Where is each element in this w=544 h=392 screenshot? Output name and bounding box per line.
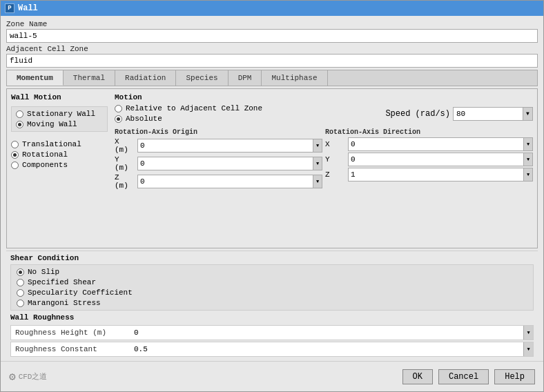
adjacent-cell-zone-label: Adjacent Cell Zone	[6, 45, 538, 53]
components-label: Components	[22, 161, 68, 169]
dir-y-label: Y	[325, 155, 346, 164]
tab-dpm[interactable]: DPM	[229, 70, 262, 86]
tab-radiation[interactable]: Radiation	[115, 70, 176, 86]
logo-icon: ⚙	[9, 370, 16, 384]
tabs-bar: Momentum Thermal Radiation Species DPM M…	[6, 70, 538, 86]
dir-x-input[interactable]	[349, 138, 523, 150]
dir-x-label: X	[325, 140, 346, 148]
dir-y-input[interactable]	[349, 153, 523, 166]
moving-wall-radio[interactable]: Moving Wall	[16, 120, 103, 128]
tab-species[interactable]: Species	[176, 70, 228, 86]
bottom-sections: Shear Condition No Slip Specified Shear …	[6, 251, 538, 358]
no-slip-label: No Slip	[28, 268, 59, 276]
roughness-height-arrow[interactable]: ▼	[523, 326, 533, 340]
specularity-radio[interactable]: Specularity Coefficient	[17, 288, 527, 297]
cancel-button[interactable]: Cancel	[438, 369, 489, 384]
wall-motion-radio-group: Stationary Wall Moving Wall	[11, 106, 108, 132]
origin-y-input[interactable]	[138, 157, 313, 170]
components-radio-circle	[11, 161, 19, 169]
dir-x-arrow[interactable]: ▼	[523, 138, 532, 150]
zone-name-input[interactable]	[6, 29, 538, 43]
moving-wall-radio-circle	[16, 121, 23, 128]
origin-z-input-wrapper: ▼	[137, 175, 322, 188]
title-bar: P Wall	[1, 1, 543, 16]
roughness-height-input[interactable]	[132, 326, 523, 340]
speed-input-wrapper: ▼	[453, 107, 533, 121]
specified-shear-radio[interactable]: Specified Shear	[17, 278, 527, 286]
roughness-constant-label: Roughness Constant	[11, 345, 132, 353]
rotational-label: Rotational	[22, 150, 68, 159]
roughness-constant-arrow[interactable]: ▼	[523, 342, 533, 356]
marangoni-radio[interactable]: Marangoni Stress	[17, 299, 527, 307]
absolute-label: Absolute	[126, 115, 162, 123]
zone-name-label: Zone Name	[6, 20, 538, 28]
stationary-wall-radio-circle	[16, 110, 23, 118]
adjacent-cell-zone-section: Adjacent Cell Zone	[6, 45, 538, 68]
dir-z-row: Z ▼	[325, 168, 533, 182]
motion-title: Motion	[115, 93, 533, 101]
translational-label: Translational	[22, 140, 81, 148]
rotation-axis-direction-section: Rotation-Axis Direction X ▼ Y	[325, 128, 533, 191]
wall-motion-title: Wall Motion	[11, 93, 108, 101]
absolute-radio[interactable]: Absolute	[115, 115, 262, 123]
help-button[interactable]: Help	[494, 369, 535, 384]
specified-shear-radio-circle	[17, 279, 24, 286]
dir-z-arrow[interactable]: ▼	[523, 168, 532, 181]
wall-roughness-title: Wall Roughness	[10, 313, 534, 322]
adjacent-cell-zone-input[interactable]	[6, 54, 538, 68]
motion-type-radios: Translational Rotational Components	[11, 140, 108, 169]
dir-y-input-wrapper: ▼	[348, 153, 533, 166]
origin-x-arrow[interactable]: ▼	[313, 139, 322, 152]
axes-grid: Rotation-Axis Origin X (m) ▼ Y (m)	[115, 128, 533, 191]
left-panel: Wall Motion Stationary Wall Moving Wall	[11, 93, 108, 244]
origin-z-arrow[interactable]: ▼	[313, 175, 322, 188]
no-slip-radio[interactable]: No Slip	[17, 268, 527, 276]
right-panel: Motion Relative to Adjacent Cell Zone Ab…	[115, 93, 533, 244]
roughness-height-row: Roughness Height (m) ▼	[10, 325, 534, 340]
moving-wall-label: Moving Wall	[27, 120, 77, 128]
origin-y-arrow[interactable]: ▼	[313, 157, 322, 170]
absolute-radio-circle	[115, 115, 122, 123]
origin-y-label: Y (m)	[115, 155, 135, 172]
marangoni-radio-circle	[17, 300, 24, 307]
logo-text: CFD之道	[19, 371, 48, 382]
specularity-radio-circle	[17, 289, 24, 297]
origin-x-input[interactable]	[138, 139, 313, 152]
tab-thermal[interactable]: Thermal	[64, 70, 115, 86]
rotation-axis-direction-title: Rotation-Axis Direction	[325, 128, 533, 136]
shear-condition-section: Shear Condition No Slip Specified Shear …	[10, 254, 534, 311]
stationary-wall-label: Stationary Wall	[27, 110, 95, 118]
relative-radio-circle	[115, 105, 122, 112]
dir-z-input[interactable]	[349, 168, 523, 181]
rotation-axis-origin-section: Rotation-Axis Origin X (m) ▼ Y (m)	[115, 128, 322, 191]
roughness-constant-row: Roughness Constant ▼	[10, 342, 534, 357]
roughness-constant-input[interactable]	[132, 342, 523, 356]
footer: ⚙ CFD之道 OK Cancel Help	[1, 361, 543, 391]
window-title: Wall	[18, 3, 38, 13]
relative-radio[interactable]: Relative to Adjacent Cell Zone	[115, 104, 262, 112]
components-radio[interactable]: Components	[11, 161, 108, 169]
origin-z-input[interactable]	[138, 175, 313, 188]
origin-x-input-wrapper: ▼	[137, 139, 322, 153]
footer-buttons: OK Cancel Help	[402, 369, 535, 384]
speed-arrow-btn[interactable]: ▼	[523, 108, 532, 120]
stationary-wall-radio[interactable]: Stationary Wall	[16, 110, 103, 118]
title-icon: P	[5, 3, 14, 13]
rotational-radio[interactable]: Rotational	[11, 150, 108, 159]
speed-label: Speed (rad/s)	[385, 109, 450, 119]
wall-dialog: P Wall Zone Name Adjacent Cell Zone Mome…	[0, 0, 544, 392]
speed-input[interactable]	[454, 108, 523, 120]
dir-y-arrow[interactable]: ▼	[523, 153, 532, 166]
no-slip-radio-circle	[17, 268, 24, 276]
ok-button[interactable]: OK	[402, 369, 433, 384]
main-content: Wall Motion Stationary Wall Moving Wall	[6, 88, 538, 248]
specularity-label: Specularity Coefficient	[28, 288, 133, 297]
tab-multiphase[interactable]: Multiphase	[262, 70, 327, 86]
specified-shear-label: Specified Shear	[28, 278, 96, 286]
dir-y-row: Y ▼	[325, 153, 533, 166]
translational-radio[interactable]: Translational	[11, 140, 108, 148]
tab-momentum[interactable]: Momentum	[7, 70, 64, 86]
rotation-axis-origin-title: Rotation-Axis Origin	[115, 128, 322, 136]
footer-logo: ⚙ CFD之道	[9, 370, 47, 384]
origin-y-row: Y (m) ▼	[115, 155, 322, 172]
